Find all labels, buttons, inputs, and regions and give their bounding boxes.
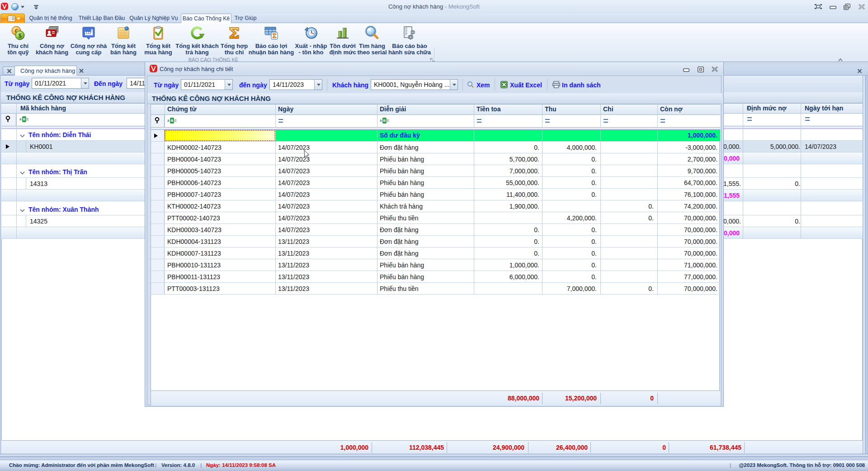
svg-text:$: $ xyxy=(18,32,22,39)
